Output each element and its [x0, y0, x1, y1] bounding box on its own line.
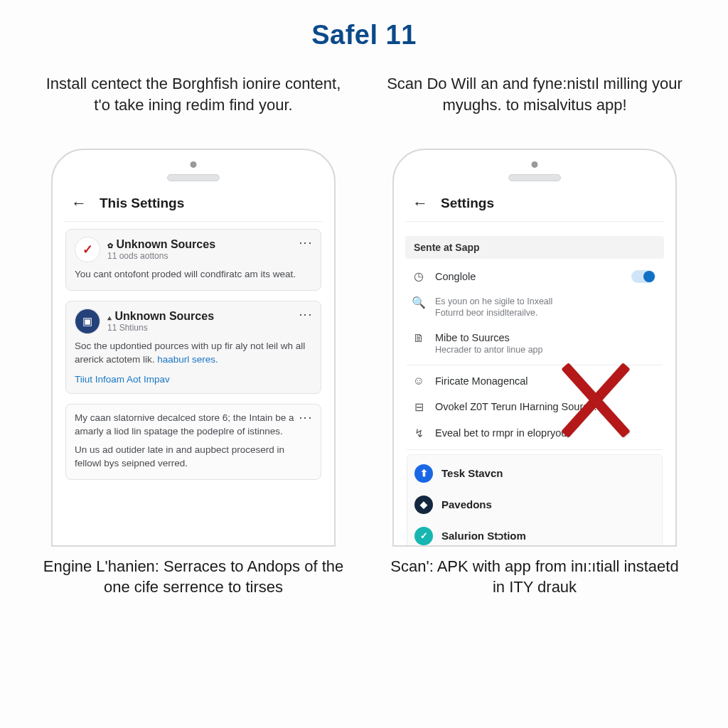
app-icon: ◆: [414, 496, 433, 514]
smile-icon: ☺: [411, 375, 427, 387]
card-subtitle: 11 oods aottons: [107, 251, 215, 261]
app-list-item[interactable]: ◆ Pavedons: [412, 489, 658, 520]
setting-row[interactable]: ☺ Firicate Monagencal: [407, 368, 663, 394]
back-arrow-icon[interactable]: ←: [410, 194, 431, 213]
divider: [407, 365, 663, 365]
setting-row[interactable]: ⊟ Ovokel Z0T Terun IHarning Source.: [407, 394, 663, 420]
two-column-layout: Install centect the Borghfish ionire con…: [0, 50, 728, 597]
setting-label: Conglole: [435, 271, 476, 282]
document-icon: 🗎: [411, 332, 427, 345]
setting-description: Foturrd beor insidlterailve.: [435, 307, 552, 318]
toggle-switch[interactable]: [631, 270, 655, 283]
settings-scroll-area[interactable]: ⋮ ✓ ✿ Unknown Sources 11 oods aottons Yo…: [64, 222, 323, 480]
setting-description: Es youn on he sigile to Inxeall: [435, 296, 552, 307]
setting-row-toggle[interactable]: ◷ Conglole: [407, 263, 663, 289]
badge-icon: ✿: [107, 242, 113, 250]
setting-label: Firicate Monagencal: [435, 375, 528, 387]
package-icon: ▣: [75, 309, 100, 334]
card-footer-link[interactable]: Tiiut Infoam Aot Impav: [75, 374, 170, 385]
card-title: ⟁ Unknown Sources: [107, 310, 214, 323]
app-header-title: Settings: [441, 196, 494, 211]
divider: [407, 449, 663, 450]
phone-side-button: [335, 296, 336, 330]
card-body-text: My caan slatornive decalced store 6; the…: [75, 412, 312, 439]
settings-card-unknown-sources-2[interactable]: ⋮ ▣ ⟁ Unknown Sources 11 Shtiuns Soc the: [65, 301, 321, 394]
overflow-menu-icon[interactable]: ⋮: [298, 237, 314, 249]
left-phone-frame: ← This Settings ⋮ ✓ ✿ Unknown Sources 11…: [51, 149, 336, 547]
left-caption-top: Install centect the Borghfish ionire con…: [37, 63, 350, 149]
right-phone-frame: ← Settings Sente at Sapp ◷ Conglole 🔍 Es…: [392, 149, 677, 547]
search-icon: 🔍: [411, 296, 427, 309]
app-icon: ⬆: [414, 464, 433, 483]
section-header: Sente at Sapp: [405, 236, 664, 259]
app-icon: ✓: [414, 527, 433, 545]
settings-card-info: ⋮ My caan slatornive decalced store 6; t…: [65, 404, 321, 481]
phone-side-button: [335, 253, 336, 287]
phone-side-button: [335, 363, 336, 420]
dial-icon: ◷: [411, 269, 427, 283]
phone-side-button: [676, 253, 677, 287]
card-title: ✿ Unknown Sources: [107, 238, 215, 251]
setting-label: Mibe to Suurces: [435, 332, 542, 343]
app-name: Pavedons: [441, 498, 492, 510]
app-name: Salurion Stɔtiom: [441, 530, 526, 542]
app-list-item[interactable]: ⬆ Tesk Stavcn: [412, 458, 658, 489]
left-column: Install centect the Borghfish ionire con…: [37, 63, 350, 597]
right-column: Scan Do Will an and fyne:nistıl milling …: [378, 63, 691, 597]
back-arrow-icon[interactable]: ←: [68, 194, 90, 213]
setting-row-search[interactable]: 🔍 Es youn on he sigile to Inxeall Foturr…: [407, 289, 663, 326]
card-body-text: Soc the updontied pources with up fir al…: [75, 334, 312, 367]
setting-row[interactable]: ↯ Eveal bet to rmpr in elopryou: [407, 420, 663, 446]
phone-side-button: [676, 296, 677, 330]
overflow-menu-icon[interactable]: ⋮: [298, 412, 314, 424]
card-body-text: You cant ontofont proded will condfiratc…: [75, 262, 312, 282]
app-header-title: This Settings: [100, 196, 184, 211]
app-header: ← Settings: [405, 191, 664, 222]
setting-row-sources[interactable]: 🗎 Mibe to Suurces Hecrader to antor linu…: [407, 326, 663, 362]
storage-icon: ⊟: [411, 400, 427, 414]
right-caption-top: Scan Do Will an and fyne:nistıl milling …: [378, 63, 691, 149]
setting-label: Ovokel Z0T Terun IHarning Source.: [435, 401, 597, 412]
right-caption-bottom: Scan': APK with app from inı:ıtiall inst…: [378, 547, 691, 597]
page-title: Safel 11: [0, 0, 728, 50]
left-caption-bottom: Engine L'hanien: Serraces to Andops of t…: [37, 547, 350, 597]
overflow-menu-icon[interactable]: ⋮: [298, 309, 314, 321]
card-subtitle: 11 Shtiuns: [107, 323, 214, 333]
setting-label: Eveal bet to rmpr in elopryou: [435, 427, 567, 439]
checkmark-icon: ✓: [75, 237, 100, 262]
share-icon: ↯: [411, 427, 427, 440]
app-header: ← This Settings: [64, 191, 323, 222]
app-name: Tesk Stavcn: [441, 467, 503, 479]
inline-link[interactable]: haaburl seres.: [157, 354, 218, 365]
settings-scroll-area[interactable]: Sente at Sapp ◷ Conglole 🔍 Es youn on he…: [405, 222, 664, 547]
app-list-item[interactable]: ✓ Salurion Stɔtiom: [412, 520, 658, 547]
badge-icon: ⟁: [107, 314, 112, 321]
setting-link[interactable]: Hecrader to antor linue app: [435, 345, 542, 355]
phone-side-button: [676, 363, 677, 420]
card-body-text: Un us ad outider late in and aupbect pro…: [75, 438, 312, 471]
settings-card-unknown-sources-1[interactable]: ⋮ ✓ ✿ Unknown Sources 11 oods aottons Yo…: [65, 229, 321, 291]
